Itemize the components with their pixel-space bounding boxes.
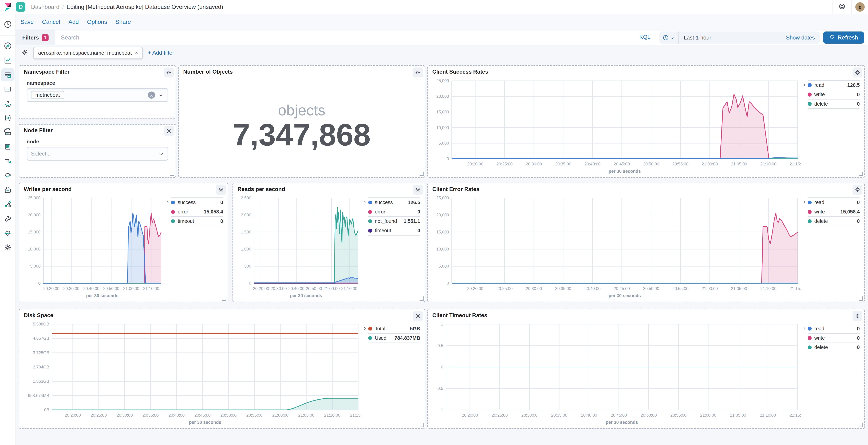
sidebar-item-metrics[interactable] [1,126,14,139]
elastic-logo[interactable] [0,2,16,12]
filter-pill[interactable]: aerospike.namespace.name: metricbeat × [33,47,143,59]
time-picker-quick-menu-button[interactable] [659,31,679,44]
legend-item-write[interactable]: write15,058.4 [808,207,860,216]
legend-collapse-icon[interactable]: › [801,80,808,176]
legend-item-delete[interactable]: delete0 [808,343,860,352]
svg-text:21:00:00: 21:00:00 [700,413,716,417]
panel-gear-button[interactable] [852,311,862,321]
chart-canvas[interactable]: -1-0.500.5120:20:0020:25:0020:30:0020:35… [429,320,801,426]
chart-writes-per-second[interactable]: 05,00010,00015,00020,00025,00020:20:0020… [21,194,164,300]
legend-item-timeout[interactable]: timeout0 [171,216,223,226]
chart-reads-per-second[interactable]: 05001,0001,5002,0002,50020:20:0020:30:00… [234,194,362,300]
resize-handle[interactable] [170,172,174,176]
resize-handle[interactable] [222,296,226,300]
chart-client-timeout-rates[interactable]: -1-0.500.5120:20:0020:25:0020:30:0020:35… [429,320,801,426]
legend-collapse-icon[interactable]: › [362,324,368,427]
sidebar-item-canvas[interactable] [1,83,14,96]
show-dates-button[interactable]: Show dates [786,34,820,41]
resize-handle[interactable] [859,172,863,176]
clear-selection-icon[interactable]: x [148,92,155,99]
legend-item-read[interactable]: read0 [808,197,860,207]
add-filter-button[interactable]: + Add filter [148,50,174,56]
breadcrumb-dashboard[interactable]: Dashboard [31,4,59,10]
panel-gear-button[interactable] [216,185,226,195]
sidebar-item-recent[interactable] [1,18,14,31]
toolbar-cancel-button[interactable]: Cancel [42,19,60,25]
toolbar-share-button[interactable]: Share [115,19,131,25]
chart-canvas[interactable]: 05,00010,00015,00020,00025,00020:20:0020… [21,194,164,300]
chart-canvas[interactable]: 05,00010,00015,00020,00025,00020:20:0020… [429,194,801,300]
legend-item-success[interactable]: success126.5 [368,197,420,207]
dashboard-app-badge[interactable]: D [16,2,25,12]
refresh-button[interactable]: Refresh [823,31,864,44]
chart-canvas[interactable]: 0B953.674MB1.863GB2.794GB3.725GB4.657GB5… [21,320,362,426]
legend-item-delete[interactable]: delete0 [808,216,860,226]
sidebar-item-apm[interactable] [1,154,14,167]
legend-collapse-icon[interactable]: › [801,324,808,427]
chart-client-success-rates[interactable]: 05,00010,00015,00020,00025,00020:20:0020… [429,76,801,176]
chart-disk-space[interactable]: 0B953.674MB1.863GB2.794GB3.725GB4.657GB5… [21,320,362,426]
namespace-combo-box[interactable]: metricbeat x [27,88,168,102]
resize-handle[interactable] [420,423,424,427]
legend-item-Total[interactable]: Total5GB [368,324,420,333]
filter-pill-bar: aerospike.namespace.name: metricbeat × +… [16,45,868,61]
legend-item-Used[interactable]: Used784.837MB [368,333,420,343]
sidebar-item-management[interactable] [1,241,14,254]
panel-title: Namespace Filter [19,66,176,76]
resize-handle[interactable] [420,172,424,176]
chart-canvas[interactable]: 05001,0001,5002,0002,50020:20:0020:30:00… [234,194,362,300]
legend-item-error[interactable]: error15,058.4 [171,207,223,216]
toolbar-save-button[interactable]: Save [21,19,34,25]
sidebar-item-stack-monitoring[interactable] [1,226,14,240]
svg-text:20:20:00: 20:20:00 [253,286,269,291]
resize-handle[interactable] [859,296,863,300]
node-select[interactable]: Select... [27,147,168,161]
toolbar-options-button[interactable]: Options [87,19,107,25]
sidebar-item-discover[interactable] [1,39,14,53]
sidebar-item-dev-tools[interactable] [1,212,14,225]
search-input[interactable] [55,30,656,45]
legend-item-timeout[interactable]: timeout0 [368,226,420,235]
filter-options-button[interactable] [21,47,28,58]
panel-gear-button[interactable] [852,185,862,195]
legend-collapse-icon[interactable]: › [801,197,808,300]
remove-filter-icon[interactable]: × [135,50,138,56]
sidebar-item-uptime[interactable] [1,169,14,182]
sidebar-item-siem[interactable] [1,183,14,196]
panel-gear-button[interactable] [164,67,174,77]
help-button[interactable] [833,2,851,12]
chart-canvas[interactable]: 05,00010,00015,00020,00025,00020:20:0020… [429,76,801,176]
chevron-down-icon[interactable] [158,90,164,100]
chevron-down-icon[interactable] [158,149,164,159]
resize-handle[interactable] [859,423,863,427]
resize-handle[interactable] [420,296,424,300]
kql-button[interactable]: KQL [639,34,650,40]
legend-item-error[interactable]: error0 [368,207,420,216]
time-range-value[interactable]: Last 1 hour [679,34,786,41]
sidebar-item-visualize[interactable] [1,54,14,67]
panel-gear-button[interactable] [413,185,423,195]
filters-toggle-button[interactable]: Filters 1 [16,30,55,45]
legend-collapse-icon[interactable]: › [164,197,171,300]
sidebar-item-logs[interactable] [1,140,14,153]
legend-item-not_found[interactable]: not_found1,551.1 [368,216,420,226]
legend-item-write[interactable]: write0 [808,333,860,343]
legend-item-delete[interactable]: delete0 [808,99,860,109]
sidebar-item-maps[interactable] [1,97,14,110]
sidebar-item-machine-learning[interactable] [1,111,14,124]
legend-collapse-icon[interactable]: › [362,197,368,300]
sidebar-item-graph[interactable] [1,198,14,211]
panel-gear-button[interactable] [852,67,862,77]
chart-client-error-rates[interactable]: 05,00010,00015,00020,00025,00020:20:0020… [429,194,801,300]
toolbar-add-button[interactable]: Add [68,19,79,25]
resize-handle[interactable] [170,113,174,117]
legend-item-read[interactable]: read0 [808,324,860,333]
legend-item-read[interactable]: read126.5 [808,80,860,90]
avatar[interactable]: e [855,2,865,12]
sidebar-item-dashboard[interactable] [1,68,14,81]
panel-gear-button[interactable] [413,311,423,321]
legend-item-write[interactable]: write0 [808,90,860,99]
panel-gear-button[interactable] [164,126,174,136]
legend-item-success[interactable]: success0 [171,197,223,207]
namespace-selected-value[interactable]: metricbeat [31,91,64,99]
